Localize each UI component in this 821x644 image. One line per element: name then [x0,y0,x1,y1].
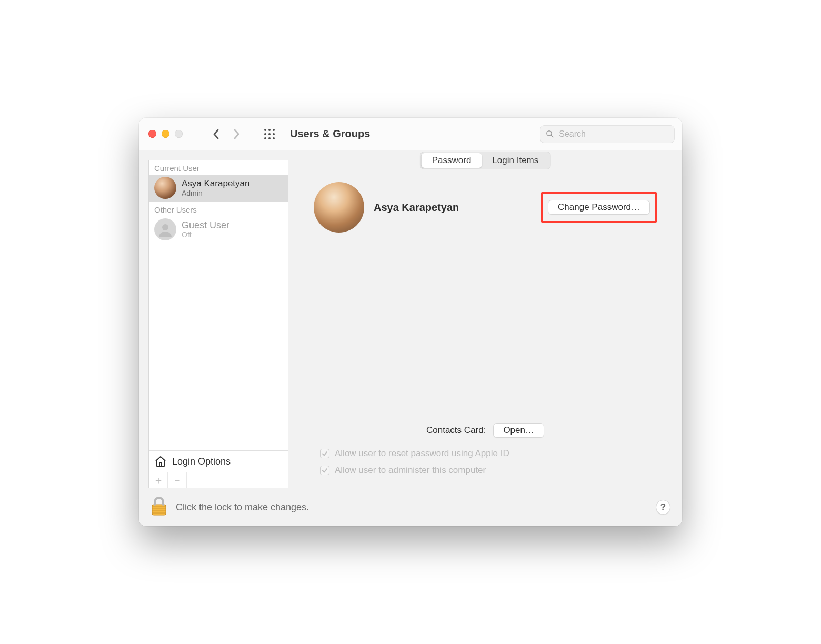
forward-button [227,125,246,144]
lock-hint-text: Click the lock to make changes. [176,502,309,513]
main-panel: Password Login Items Asya Karapetyan Cha… [298,160,673,488]
sidebar-user-guest[interactable]: Guest User Off [149,216,288,244]
avatar [154,177,176,199]
sidebar-user-role: Off [182,230,229,239]
tab-login-items[interactable]: Login Items [482,153,549,168]
svg-point-7 [268,137,271,139]
search-icon [546,129,554,138]
svg-point-8 [273,137,275,139]
tab-password[interactable]: Password [422,153,482,168]
chevron-right-icon [233,129,240,139]
person-icon [157,222,173,237]
svg-point-1 [268,129,271,131]
svg-point-11 [162,224,168,230]
tab-bar: Password Login Items [420,152,551,169]
zoom-window-button [175,130,183,138]
sidebar-user-name: Guest User [182,220,229,231]
lock-button[interactable] [151,496,167,518]
svg-rect-12 [159,462,162,466]
footer: Click the lock to make changes. ? [139,488,682,526]
allow-reset-row: Allow user to reset password using Apple… [298,445,673,462]
back-button[interactable] [207,125,226,144]
lock-icon [151,496,167,516]
change-password-button[interactable]: Change Password… [548,200,650,215]
user-hero: Asya Karapetyan Change Password… [298,182,673,233]
toolbar: Users & Groups [139,118,682,150]
svg-line-10 [551,135,553,137]
show-all-button[interactable] [262,126,277,142]
search-input[interactable] [558,129,669,139]
login-options-button[interactable]: Login Options [149,450,288,472]
change-password-highlight: Change Password… [541,192,657,223]
allow-admin-row: Allow user to administer this computer [298,462,673,479]
remove-user-button: － [168,472,187,488]
user-full-name: Asya Karapetyan [374,202,459,214]
window-controls [148,130,183,138]
grid-icon [264,128,275,140]
allow-reset-checkbox [320,449,329,458]
window-title: Users & Groups [290,128,370,140]
sidebar-user-name: Asya Karapetyan [182,178,249,189]
svg-point-6 [264,137,266,139]
login-options-label: Login Options [172,456,231,467]
other-users-section-label: Other Users [149,202,288,216]
allow-reset-label: Allow user to reset password using Apple… [335,448,509,459]
current-user-section-label: Current User [149,160,288,175]
avatar [154,218,176,240]
home-icon [154,455,167,468]
check-icon [322,450,328,457]
users-sidebar: Current User Asya Karapetyan Admin Other… [148,160,288,488]
sidebar-user-role: Admin [182,189,249,197]
svg-point-3 [264,133,266,135]
sidebar-user-current[interactable]: Asya Karapetyan Admin [149,175,288,202]
help-button[interactable]: ? [656,500,670,515]
check-icon [322,467,328,474]
svg-point-0 [264,129,266,131]
svg-point-4 [268,133,271,135]
minimize-window-button[interactable] [162,130,169,138]
search-field[interactable] [540,125,675,143]
svg-point-2 [273,129,275,131]
svg-point-9 [547,131,552,136]
allow-admin-label: Allow user to administer this computer [335,465,486,476]
allow-admin-checkbox [320,466,329,475]
add-remove-bar: ＋ － [149,472,288,488]
svg-rect-13 [152,505,166,515]
body: Current User Asya Karapetyan Admin Other… [139,150,682,488]
close-window-button[interactable] [148,130,156,138]
prefs-window: Users & Groups Current User Asya Karapet… [139,118,682,526]
chevron-left-icon [213,129,220,139]
add-user-button: ＋ [149,472,168,488]
open-contacts-button[interactable]: Open… [493,423,544,438]
svg-point-5 [273,133,275,135]
contacts-card-row: Contacts Card: Open… [298,423,673,438]
avatar[interactable] [314,182,364,233]
contacts-card-label: Contacts Card: [426,425,486,436]
